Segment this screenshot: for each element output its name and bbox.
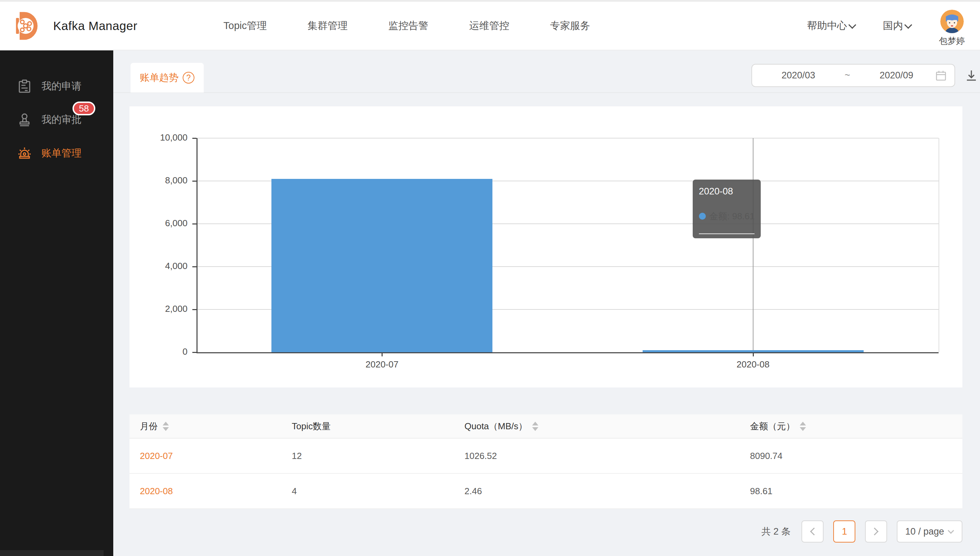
alarm-beacon-icon (17, 146, 32, 161)
table-cell: 4 (292, 486, 465, 496)
toolbar-divider (113, 92, 980, 93)
billing-table: 月份 Topic数量 Quota（MB/s） 金额（元） 2020-071210… (129, 414, 962, 509)
nav-monitor[interactable]: 监控告警 (389, 19, 428, 33)
table-cell: 2.46 (465, 486, 750, 496)
nav-cluster[interactable]: 集群管理 (308, 19, 348, 33)
user-block[interactable]: 包梦婷 (939, 10, 965, 47)
tooltip-title: 2020-08 (699, 184, 755, 199)
bar-chart: 2020-08 金额: 98.61 02,0004,0006,0008,0001… (129, 107, 962, 388)
calendar-icon (935, 70, 947, 81)
column-header-quota[interactable]: Quota（MB/s） (465, 420, 750, 432)
top-navigation: Topic管理 集群管理 监控告警 运维管控 专家服务 (223, 2, 590, 50)
date-separator: ~ (837, 70, 858, 81)
approvals-count-badge: 58 (73, 102, 95, 115)
sidebar: 我的申请 我的审批 58 账单管理 (0, 50, 113, 556)
y-axis-tick (192, 352, 197, 353)
tab-billing-trend[interactable]: 账单趋势 ? (131, 63, 204, 92)
table-cell: 1026.52 (465, 451, 750, 461)
app-title: Kafka Manager (53, 19, 137, 33)
sidebar-collapse-strip[interactable] (0, 550, 103, 556)
sidebar-item-label: 我的申请 (42, 79, 81, 93)
avatar-illustration (940, 10, 964, 33)
help-icon[interactable]: ? (182, 72, 194, 84)
tab-label: 账单趋势 (140, 71, 179, 84)
table-row: 2020-07121026.528090.74 (129, 439, 962, 474)
page-size-value: 10 / page (905, 526, 944, 537)
region-label: 国内 (883, 19, 903, 33)
nav-expert[interactable]: 专家服务 (550, 19, 590, 33)
stamp-icon (17, 113, 32, 127)
x-axis-label: 2020-08 (701, 359, 805, 370)
y-axis-tick (192, 266, 197, 267)
page-1-button[interactable]: 1 (833, 520, 855, 543)
sidebar-item-label: 账单管理 (42, 146, 81, 160)
chevron-down-icon (948, 527, 954, 533)
nav-ops[interactable]: 运维管控 (469, 19, 509, 33)
prev-page-button[interactable] (801, 520, 823, 543)
table-header-row: 月份 Topic数量 Quota（MB/s） 金额（元） (129, 414, 962, 439)
column-header-amount[interactable]: 金额（元） (750, 420, 962, 432)
avatar[interactable] (940, 10, 964, 33)
y-axis-label: 8,000 (129, 175, 187, 186)
table-cell: 12 (292, 451, 465, 461)
tooltip-series-value: 金额: 98.61 (709, 208, 755, 224)
chevron-down-icon (848, 21, 856, 29)
column-header-topic-count: Topic数量 (292, 420, 465, 432)
clipboard-icon (17, 79, 32, 94)
chart-tooltip: 2020-08 金额: 98.61 (693, 179, 761, 238)
top-header: Kafka Manager Topic管理 集群管理 监控告警 运维管控 专家服… (0, 0, 980, 50)
plot-right-border (938, 138, 939, 352)
date-start-value[interactable]: 2020/03 (760, 70, 837, 81)
bar-2020-07[interactable] (271, 179, 492, 352)
series-dot-icon (699, 213, 706, 220)
month-link[interactable]: 2020-07 (129, 451, 292, 461)
column-header-month[interactable]: 月份 (129, 420, 292, 432)
help-center-menu[interactable]: 帮助中心 (807, 19, 856, 33)
y-axis-line (197, 138, 197, 353)
brand: Kafka Manager (10, 9, 137, 42)
y-axis-tick (192, 138, 197, 139)
sidebar-item-billing[interactable]: 账单管理 (0, 136, 113, 170)
y-axis-label: 0 (129, 346, 187, 357)
month-link[interactable]: 2020-08 (129, 486, 292, 496)
sort-icon[interactable] (800, 422, 806, 431)
gridline (197, 138, 938, 139)
chevron-left-icon (810, 528, 818, 536)
y-axis-tick (192, 309, 197, 310)
table-row: 2020-0842.4698.61 (129, 474, 962, 509)
help-center-label: 帮助中心 (807, 19, 847, 33)
kafka-manager-app: Kafka Manager Topic管理 集群管理 监控告警 运维管控 专家服… (0, 0, 980, 556)
sidebar-item-my-applications[interactable]: 我的申请 (0, 70, 113, 103)
y-axis-label: 4,000 (129, 261, 187, 272)
axis-pointer-line (753, 138, 754, 352)
header-right: 帮助中心 国内 (807, 2, 965, 50)
billing-trend-chart-card: 2020-08 金额: 98.61 02,0004,0006,0008,0001… (129, 107, 962, 388)
app-logo-icon (10, 9, 44, 42)
y-axis-label: 10,000 (129, 132, 187, 143)
date-end-value[interactable]: 2020/09 (858, 70, 935, 81)
y-axis-tick (192, 223, 197, 225)
chevron-right-icon (871, 528, 879, 536)
page-size-select[interactable]: 10 / page (897, 520, 962, 543)
sort-icon[interactable] (163, 422, 169, 431)
table-cell: 98.61 (750, 486, 962, 496)
next-page-button[interactable] (865, 520, 887, 543)
sidebar-item-label: 我的审批 (42, 113, 81, 127)
nav-topic[interactable]: Topic管理 (223, 19, 267, 33)
chevron-down-icon (904, 21, 912, 29)
table-cell: 8090.74 (750, 451, 962, 461)
y-axis-label: 6,000 (129, 218, 187, 229)
date-range-picker[interactable]: 2020/03 ~ 2020/09 (751, 64, 955, 87)
x-axis-line (197, 352, 938, 353)
table-body: 2020-07121026.528090.742020-0842.4698.61 (129, 439, 962, 509)
download-icon[interactable] (964, 68, 978, 83)
sort-icon[interactable] (532, 422, 538, 431)
x-axis-label: 2020-07 (330, 359, 434, 370)
user-name: 包梦婷 (939, 35, 965, 47)
pagination: 共 2 条 1 10 / page (761, 520, 962, 543)
y-axis-tick (192, 181, 197, 182)
sidebar-item-my-approvals[interactable]: 我的审批 58 (0, 103, 113, 136)
total-count: 共 2 条 (761, 525, 790, 538)
region-menu[interactable]: 国内 (883, 19, 912, 33)
y-axis-label: 2,000 (129, 304, 187, 314)
